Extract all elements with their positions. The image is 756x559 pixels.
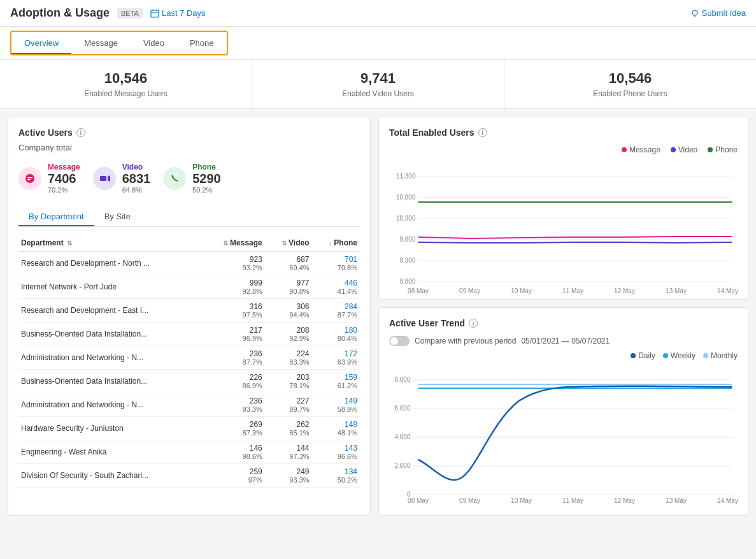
company-total-label: Company total	[18, 143, 360, 152]
phone-value: 5290	[192, 171, 221, 186]
table-row: Internet Network - Port Jude 999 92.8% 9…	[18, 275, 360, 299]
trend-controls: Compare with previous period 05/01/2021 …	[389, 336, 738, 346]
video-value: 6831	[122, 171, 151, 186]
stat-phone-users: 10,546 Enabled Phone Users	[504, 60, 756, 108]
svg-marker-11	[108, 175, 110, 182]
main-content: Active Users i Company total Message 740…	[0, 117, 756, 523]
msg-cell: 236 93.3%	[202, 393, 265, 417]
phn-cell: 159 61.2%	[312, 370, 360, 393]
table-row: Research and Development - East I... 316…	[18, 299, 360, 323]
table-row: Administration and Networking - N... 236…	[18, 393, 360, 417]
svg-text:8,000: 8,000	[394, 376, 410, 383]
dept-name: Hardware Security - Juniuston	[18, 417, 202, 440]
message-value: 7406	[48, 171, 80, 186]
top-bar-left: Adoption & Usage BETA Last 7 Days	[10, 6, 206, 20]
video-type-label: Video	[122, 163, 151, 171]
svg-text:11,300: 11,300	[396, 173, 416, 180]
date-filter-button[interactable]: Last 7 Days	[150, 8, 206, 18]
enabled-video-label: Enabled Video Users	[262, 89, 494, 98]
metric-message: Message 7406 70.2%	[18, 163, 80, 194]
table-row: Hardware Security - Juniuston 269 87.3% …	[18, 417, 360, 440]
trend-date-range: 05/01/2021 — 05/07/2021	[521, 337, 610, 345]
dept-name: Research and Development - East I...	[18, 299, 202, 323]
dept-name: Research and Development - North ...	[18, 252, 202, 275]
tab-message[interactable]: Message	[71, 32, 131, 54]
phn-cell: 284 87.7%	[312, 299, 360, 323]
total-enabled-svg: 8,800 9,300 9,800 10,300 10,800 11,300 0…	[389, 159, 738, 287]
tab-video[interactable]: Video	[131, 32, 177, 54]
active-users-title: Active Users i	[18, 127, 360, 138]
enabled-message-count: 10,546	[10, 70, 241, 87]
table-row: Business-Oriented Data Installation... 2…	[18, 323, 360, 346]
msg-cell: 146 98.6%	[202, 440, 265, 464]
compare-label: Compare with previous period	[415, 337, 516, 345]
total-enabled-info-icon[interactable]: i	[478, 128, 487, 137]
subtab-by-department[interactable]: By Department	[18, 207, 94, 226]
active-trend-info-icon[interactable]: i	[469, 319, 478, 328]
table-row: Division Of Security - South Zachari... …	[18, 464, 360, 488]
svg-text:10 May: 10 May	[511, 497, 532, 504]
legend-message: Message	[622, 145, 660, 154]
message-pct: 70.2%	[48, 186, 80, 194]
tabs-bar: Overview Message Video Phone	[0, 27, 756, 60]
msg-cell: 999 92.8%	[202, 275, 265, 299]
subtab-by-site[interactable]: By Site	[94, 207, 141, 226]
col-video: ⇅ Video	[265, 235, 312, 252]
active-trend-svg: 0 2,000 4,000 6,000 8,000 08 May 09 May …	[389, 363, 738, 503]
legend-monthly: Monthly	[703, 351, 738, 360]
svg-text:10 May: 10 May	[511, 287, 532, 294]
vid-cell: 203 78.1%	[265, 370, 312, 393]
svg-text:9,800: 9,800	[399, 236, 415, 243]
svg-text:08 May: 08 May	[408, 497, 429, 504]
legend-weekly-dot	[663, 353, 668, 358]
svg-text:8,800: 8,800	[399, 278, 415, 285]
col-department: Department ⇅	[18, 235, 202, 252]
dept-name: Administration and Networking - N...	[18, 393, 202, 417]
svg-text:09 May: 09 May	[459, 287, 480, 294]
tab-overview[interactable]: Overview	[11, 32, 71, 54]
svg-text:4,000: 4,000	[394, 433, 410, 440]
subtabs: By Department By Site	[18, 207, 360, 227]
stat-message-users: 10,546 Enabled Message Users	[0, 60, 252, 108]
phone-pct: 50.2%	[192, 186, 221, 194]
total-enabled-legend: Message Video Phone	[389, 145, 738, 154]
enabled-phone-count: 10,546	[515, 70, 746, 87]
tab-phone[interactable]: Phone	[177, 32, 227, 54]
vid-cell: 249 93.3%	[265, 464, 312, 488]
total-enabled-title: Total Enabled Users i	[389, 127, 738, 138]
svg-point-7	[25, 174, 34, 183]
svg-rect-9	[27, 179, 31, 180]
active-users-info-icon[interactable]: i	[76, 128, 85, 137]
svg-rect-8	[27, 177, 32, 178]
phn-cell: 180 80.4%	[312, 323, 360, 346]
legend-message-dot	[622, 147, 627, 152]
enabled-phone-label: Enabled Phone Users	[515, 89, 746, 98]
phn-cell: 446 41.4%	[312, 275, 360, 299]
svg-text:14 May: 14 May	[717, 497, 738, 504]
phn-cell: 149 58.9%	[312, 393, 360, 417]
submit-idea-button[interactable]: Submit Idea	[690, 8, 746, 18]
vid-cell: 687 69.4%	[265, 252, 312, 275]
active-trend-chart: Active User Trend i Compare with previou…	[378, 307, 748, 516]
table-row: Business-Oriented Data Installation... 2…	[18, 370, 360, 393]
svg-text:13 May: 13 May	[666, 497, 687, 504]
msg-cell: 226 86.9%	[202, 370, 265, 393]
legend-phone-dot	[708, 147, 713, 152]
compare-toggle[interactable]	[389, 336, 410, 346]
calendar-icon	[150, 9, 159, 18]
msg-cell: 259 97%	[202, 464, 265, 488]
dept-name: Internet Network - Port Jude	[18, 275, 202, 299]
right-panel: Total Enabled Users i Message Video Phon…	[378, 117, 748, 516]
msg-cell: 923 93.2%	[202, 252, 265, 275]
svg-text:10,300: 10,300	[396, 215, 416, 222]
top-bar: Adoption & Usage BETA Last 7 Days Submit…	[0, 0, 756, 27]
enabled-video-count: 9,741	[262, 70, 494, 87]
legend-daily: Daily	[631, 351, 655, 360]
svg-rect-0	[151, 10, 159, 17]
phn-cell: 134 50.2%	[312, 464, 360, 488]
phn-cell: 143 96.6%	[312, 440, 360, 464]
col-message: ⇅ Message	[202, 235, 265, 252]
dept-name: Division Of Security - South Zachari...	[18, 464, 202, 488]
message-icon	[18, 167, 41, 190]
stats-row: 10,546 Enabled Message Users 9,741 Enabl…	[0, 60, 756, 109]
